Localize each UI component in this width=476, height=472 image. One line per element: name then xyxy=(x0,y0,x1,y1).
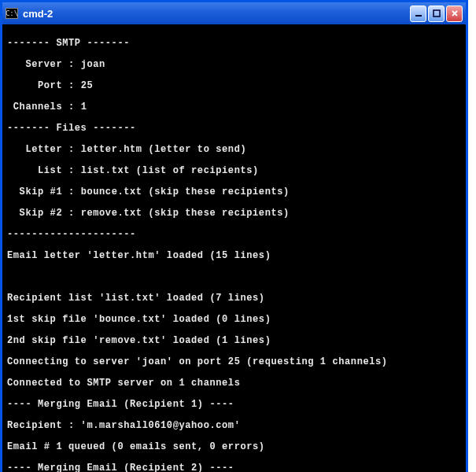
log-line xyxy=(7,272,461,283)
smtp-header: ------- SMTP ------- xyxy=(7,39,461,50)
terminal-window: C:\ cmd-2 ------- SMTP ------- Server : … xyxy=(0,0,468,472)
log-line: Email letter 'letter.htm' loaded (15 lin… xyxy=(7,251,461,262)
maximize-button[interactable] xyxy=(428,6,445,22)
log-line: 1st skip file 'bounce.txt' loaded (0 lin… xyxy=(7,315,461,326)
terminal-body[interactable]: ------- SMTP ------- Server : joan Port … xyxy=(2,24,466,472)
cmd-icon: C:\ xyxy=(6,8,18,19)
file-letter: Letter : letter.htm (letter to send) xyxy=(7,145,461,156)
file-skip1: Skip #1 : bounce.txt (skip these recipie… xyxy=(7,187,461,198)
minimize-icon xyxy=(415,9,422,17)
close-icon xyxy=(451,9,459,17)
smtp-channels: Channels : 1 xyxy=(7,102,461,113)
log-line: Email # 1 queued (0 emails sent, 0 error… xyxy=(7,442,461,453)
log-line: Connected to SMTP server on 1 channels xyxy=(7,378,461,389)
maximize-icon xyxy=(433,9,441,17)
log-line: Recipient list 'list.txt' loaded (7 line… xyxy=(7,293,461,304)
file-skip2: Skip #2 : remove.txt (skip these recipie… xyxy=(7,208,461,219)
titlebar[interactable]: C:\ cmd-2 xyxy=(2,2,466,24)
svg-rect-0 xyxy=(415,15,422,17)
log-line: Connecting to server 'joan' on port 25 (… xyxy=(7,357,461,368)
log-line: 2nd skip file 'remove.txt' loaded (1 lin… xyxy=(7,336,461,347)
window-title: cmd-2 xyxy=(23,8,410,20)
smtp-server: Server : joan xyxy=(7,60,461,71)
close-button[interactable] xyxy=(446,6,463,22)
file-list: List : list.txt (list of recipients) xyxy=(7,166,461,177)
window-controls xyxy=(410,6,463,22)
files-header: ------- Files ------- xyxy=(7,124,461,135)
log-line: Recipient : 'm.marshall0610@yahoo.com' xyxy=(7,421,461,432)
divider: --------------------- xyxy=(7,230,461,241)
smtp-port: Port : 25 xyxy=(7,81,461,92)
log-line: ---- Merging Email (Recipient 1) ---- xyxy=(7,400,461,411)
svg-rect-1 xyxy=(434,10,440,17)
log-line: ---- Merging Email (Recipient 2) ---- xyxy=(7,463,461,473)
minimize-button[interactable] xyxy=(410,6,426,22)
